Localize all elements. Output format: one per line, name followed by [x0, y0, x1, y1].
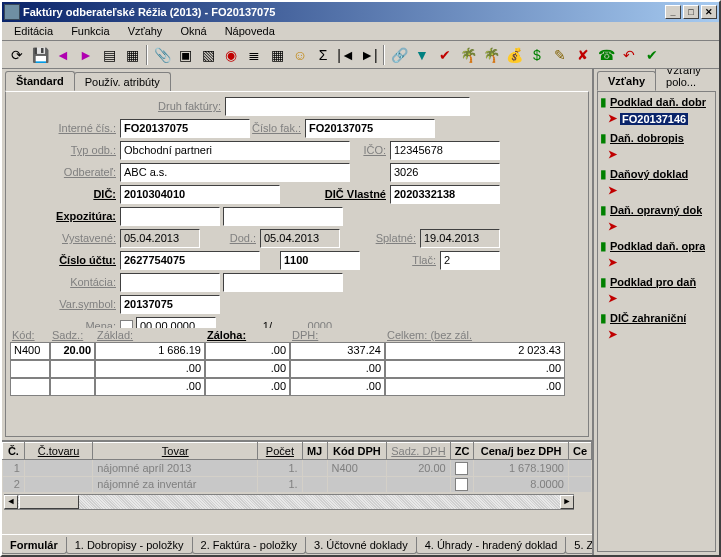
- smile-icon[interactable]: ☺: [289, 44, 311, 66]
- btab-uhrady[interactable]: 4. Úhrady - hradený doklad: [416, 537, 567, 554]
- tot-zaklad-2[interactable]: .00: [95, 378, 205, 396]
- input-dic[interactable]: [120, 185, 280, 204]
- checkbox-zc[interactable]: [455, 462, 468, 475]
- menu-vztahy[interactable]: Vzťahy: [120, 23, 171, 39]
- input-typ-odb[interactable]: [120, 141, 350, 160]
- menu-funkcia[interactable]: Funkcia: [63, 23, 118, 39]
- tree-sub[interactable]: ➤: [598, 256, 715, 272]
- tot-sadz-2[interactable]: [50, 378, 95, 396]
- input-ico[interactable]: [390, 141, 500, 160]
- menu-napoveda[interactable]: Nápoveda: [217, 23, 283, 39]
- tot-zaloha-0[interactable]: .00: [205, 342, 290, 360]
- sum-icon[interactable]: Σ: [312, 44, 334, 66]
- input-odberatel-kod[interactable]: [390, 163, 500, 182]
- dollar-icon[interactable]: $: [526, 44, 548, 66]
- close-button[interactable]: ✕: [701, 5, 717, 19]
- skip-back-icon[interactable]: |◄: [335, 44, 357, 66]
- link-icon[interactable]: 🔗: [388, 44, 410, 66]
- items-table[interactable]: Č. Č.tovaru Tovar Počet MJ Kód DPH Sadz.…: [2, 442, 592, 493]
- red-icon[interactable]: ◉: [220, 44, 242, 66]
- minimize-button[interactable]: _: [665, 5, 681, 19]
- tot-kod-1[interactable]: [10, 360, 50, 378]
- tot-sadz-0[interactable]: 20.00: [50, 342, 95, 360]
- tot-sadz-1[interactable]: [50, 360, 95, 378]
- skip-fwd-icon[interactable]: ►|: [358, 44, 380, 66]
- table-row[interactable]: 1nájomné apríl 20131.N40020.001 678.1900: [3, 460, 592, 477]
- menu-okna[interactable]: Okná: [172, 23, 214, 39]
- tab-standard[interactable]: Štandard: [5, 71, 75, 91]
- input-kontacia-1[interactable]: [120, 273, 220, 292]
- list-icon[interactable]: ≣: [243, 44, 265, 66]
- tool2-icon[interactable]: ▧: [197, 44, 219, 66]
- phone-icon[interactable]: ☎: [595, 44, 617, 66]
- pin-icon[interactable]: ▼: [411, 44, 433, 66]
- ith-koddph[interactable]: Kód DPH: [327, 443, 387, 460]
- input-interne-cis[interactable]: [120, 119, 250, 138]
- checkbox-zc[interactable]: [455, 478, 468, 491]
- ith-cenaj[interactable]: Cena/j bez DPH: [474, 443, 569, 460]
- palm2-icon[interactable]: 🌴: [480, 44, 502, 66]
- tab-pouziv-atributy[interactable]: Použív. atribúty: [74, 72, 171, 91]
- clip-icon[interactable]: 📎: [151, 44, 173, 66]
- btab-uctovne-doklady[interactable]: 3. Účtovné doklady: [305, 537, 417, 554]
- tot-celkem-1[interactable]: .00: [385, 360, 565, 378]
- tot-zaloha-2[interactable]: .00: [205, 378, 290, 396]
- input-expozitura-1[interactable]: [120, 207, 220, 226]
- input-druh-faktury[interactable]: [225, 97, 470, 116]
- maximize-button[interactable]: □: [683, 5, 699, 19]
- btab-dobropisy[interactable]: 1. Dobropisy - položky: [66, 537, 193, 554]
- save-icon[interactable]: 💾: [29, 44, 51, 66]
- next-icon[interactable]: ►: [75, 44, 97, 66]
- tree-sub[interactable]: ➤: [598, 220, 715, 236]
- cross-icon[interactable]: ✘: [572, 44, 594, 66]
- tree-sub[interactable]: ➤: [598, 328, 715, 344]
- tot-kod-2[interactable]: [10, 378, 50, 396]
- btab-faktura-polozky[interactable]: 2. Faktúra - položky: [192, 537, 307, 554]
- tree-sub[interactable]: ➤: [598, 184, 715, 200]
- side-tab-vztahy[interactable]: Vzťahy: [597, 71, 656, 91]
- input-kontacia-2[interactable]: [223, 273, 343, 292]
- scroll-right-icon[interactable]: ►: [560, 495, 574, 509]
- ith-zc[interactable]: ZC: [450, 443, 474, 460]
- tree-sub[interactable]: ➤FO20137146: [598, 112, 715, 128]
- tree-sub[interactable]: ➤: [598, 292, 715, 308]
- tree-item[interactable]: ▮Podklad daň. opra: [598, 236, 715, 256]
- checkbox-mena[interactable]: [120, 320, 133, 329]
- doc-icon[interactable]: ▤: [98, 44, 120, 66]
- tot-dph-2[interactable]: .00: [290, 378, 385, 396]
- tot-zaklad-1[interactable]: .00: [95, 360, 205, 378]
- scroll-left-icon[interactable]: ◄: [4, 495, 18, 509]
- undo-icon[interactable]: ↶: [618, 44, 640, 66]
- input-expozitura-2[interactable]: [223, 207, 343, 226]
- scroll-thumb[interactable]: [19, 495, 79, 509]
- bag-icon[interactable]: 💰: [503, 44, 525, 66]
- btab-zmazane[interactable]: 5. Zmazané: [565, 537, 592, 554]
- input-cislo-fak[interactable]: [305, 119, 435, 138]
- input-dod[interactable]: [260, 229, 340, 248]
- tree-item[interactable]: ▮Daňový doklad: [598, 164, 715, 184]
- ith-tovar[interactable]: Tovar: [93, 443, 258, 460]
- side-tab-vztahy-polo[interactable]: Vzťahy polo...: [655, 69, 719, 91]
- pencil-icon[interactable]: ✎: [549, 44, 571, 66]
- ith-c[interactable]: Č.: [3, 443, 25, 460]
- ok-icon[interactable]: ✔: [641, 44, 663, 66]
- input-splatne[interactable]: [420, 229, 500, 248]
- input-cislo-uctu[interactable]: [120, 251, 260, 270]
- tick-icon[interactable]: ✔: [434, 44, 456, 66]
- ith-mj[interactable]: MJ: [302, 443, 327, 460]
- tool1-icon[interactable]: ▣: [174, 44, 196, 66]
- tot-kod-0[interactable]: N400: [10, 342, 50, 360]
- tot-zaloha-1[interactable]: .00: [205, 360, 290, 378]
- tree-sub[interactable]: ➤: [598, 148, 715, 164]
- tree-item[interactable]: ▮DIČ zahraniční: [598, 308, 715, 328]
- palm1-icon[interactable]: 🌴: [457, 44, 479, 66]
- items-horizontal-scrollbar[interactable]: ◄ ►: [4, 494, 574, 510]
- tot-celkem-2[interactable]: .00: [385, 378, 565, 396]
- tot-dph-1[interactable]: .00: [290, 360, 385, 378]
- tree-item[interactable]: ▮Daň. opravný dok: [598, 200, 715, 220]
- tree-item[interactable]: ▮Daň. dobropis: [598, 128, 715, 148]
- tree-item[interactable]: ▮Podklad pro daň: [598, 272, 715, 292]
- ith-ce[interactable]: Ce: [568, 443, 591, 460]
- tree-selected-value[interactable]: FO20137146: [620, 113, 688, 125]
- menu-editacia[interactable]: Editácia: [6, 23, 61, 39]
